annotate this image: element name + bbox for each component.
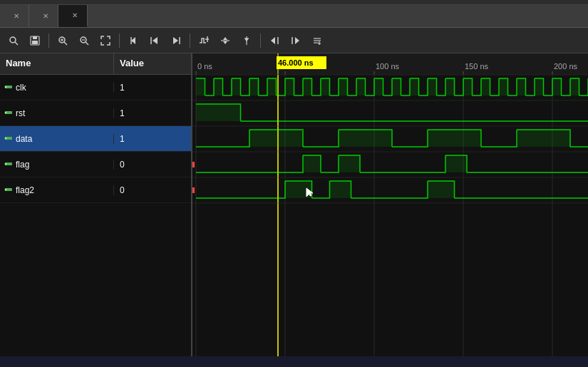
svg-marker-22 bbox=[223, 41, 227, 44]
signal-icon-data bbox=[4, 134, 13, 144]
svg-marker-12 bbox=[131, 37, 135, 44]
svg-marker-26 bbox=[271, 37, 275, 44]
signal-row-clk[interactable]: clk1 bbox=[0, 75, 191, 100]
waveform-canvas[interactable] bbox=[192, 53, 588, 356]
signal-name-cell-clk: clk bbox=[0, 83, 114, 93]
signal-icon-rst bbox=[4, 108, 13, 118]
tab-close-2[interactable]: ✕ bbox=[41, 11, 51, 21]
svg-marker-28 bbox=[295, 37, 299, 44]
zoom-in-button[interactable] bbox=[53, 32, 72, 49]
divider-button[interactable] bbox=[216, 32, 234, 49]
main-area: Name Value clk1rst1data1flag0flag20 bbox=[0, 53, 588, 356]
svg-point-36 bbox=[5, 86, 7, 88]
svg-marker-15 bbox=[153, 37, 158, 44]
signal-icon-clk bbox=[4, 83, 13, 93]
svg-line-1 bbox=[15, 42, 18, 45]
signal-value-cell-data: 1 bbox=[114, 134, 191, 144]
add-wave-button[interactable] bbox=[195, 32, 213, 49]
prev-edge-button[interactable] bbox=[124, 32, 143, 49]
signal-name-cell-data: data bbox=[0, 134, 114, 144]
svg-point-40 bbox=[5, 137, 7, 139]
snap-right-button[interactable] bbox=[287, 32, 305, 49]
save-button[interactable] bbox=[26, 32, 44, 49]
svg-point-0 bbox=[10, 37, 16, 43]
svg-marker-21 bbox=[223, 37, 227, 40]
svg-line-10 bbox=[86, 42, 88, 45]
signal-name-text-rst: rst bbox=[16, 108, 25, 118]
search-button[interactable] bbox=[4, 32, 23, 49]
signal-row-flag2[interactable]: flag20 bbox=[0, 177, 191, 203]
signal-list: clk1rst1data1flag0flag20 bbox=[0, 75, 191, 356]
tab-sequence-test2[interactable]: ✕ bbox=[0, 5, 29, 27]
signal-row-flag[interactable]: flag0 bbox=[0, 152, 191, 177]
to-end-button[interactable] bbox=[167, 32, 185, 49]
tab-bar: ✕ ✕ ✕ bbox=[0, 5, 588, 28]
svg-marker-25 bbox=[244, 38, 249, 41]
svg-line-6 bbox=[64, 42, 67, 45]
value-column-header: Value bbox=[114, 53, 191, 74]
title-bar bbox=[0, 0, 588, 5]
signal-name-cell-rst: rst bbox=[0, 108, 114, 118]
toolbar-sep-3 bbox=[190, 33, 190, 48]
svg-rect-3 bbox=[33, 36, 37, 39]
tab-sequence-test2-tb[interactable]: ✕ bbox=[29, 5, 58, 27]
svg-point-44 bbox=[5, 188, 7, 190]
signal-value-cell-flag2: 0 bbox=[114, 185, 191, 195]
signal-icon-flag bbox=[4, 160, 13, 170]
name-column-header: Name bbox=[0, 53, 114, 74]
signal-name-cell-flag2: flag2 bbox=[0, 185, 114, 195]
waveform-panel[interactable] bbox=[192, 53, 588, 356]
signal-name-cell-flag: flag bbox=[0, 160, 114, 170]
svg-point-42 bbox=[5, 162, 7, 165]
tab-close-1[interactable]: ✕ bbox=[11, 11, 21, 21]
signal-name-text-data: data bbox=[16, 134, 32, 144]
toolbar-sep-4 bbox=[260, 33, 261, 48]
to-start-button[interactable] bbox=[145, 32, 164, 49]
signal-header: Name Value bbox=[0, 53, 191, 75]
signal-value-cell-flag: 0 bbox=[114, 160, 191, 170]
add-marker-button[interactable] bbox=[237, 32, 256, 49]
signal-icon-flag2 bbox=[4, 185, 13, 195]
tab-untitled6[interactable]: ✕ bbox=[58, 5, 88, 27]
svg-marker-17 bbox=[173, 37, 178, 44]
svg-rect-4 bbox=[32, 41, 38, 44]
signal-name-text-clk: clk bbox=[16, 83, 26, 93]
toolbar-sep-2 bbox=[119, 33, 120, 48]
svg-point-38 bbox=[5, 111, 7, 113]
signal-row-rst[interactable]: rst1 bbox=[0, 100, 191, 126]
signal-panel: Name Value clk1rst1data1flag0flag20 bbox=[0, 53, 192, 356]
signal-value-cell-rst: 1 bbox=[114, 108, 191, 118]
signal-name-text-flag: flag bbox=[16, 160, 29, 170]
zoom-out-button[interactable] bbox=[75, 32, 93, 49]
toolbar-sep-1 bbox=[48, 33, 49, 48]
toolbar bbox=[0, 28, 588, 53]
fit-button[interactable] bbox=[96, 32, 115, 49]
signal-value-cell-clk: 1 bbox=[114, 83, 191, 93]
snap-left-button[interactable] bbox=[265, 32, 284, 49]
tab-close-3[interactable]: ✕ bbox=[70, 11, 80, 20]
signal-name-text-flag2: flag2 bbox=[16, 185, 34, 195]
collapse-button[interactable] bbox=[308, 32, 326, 49]
signal-row-data[interactable]: data1 bbox=[0, 126, 191, 152]
